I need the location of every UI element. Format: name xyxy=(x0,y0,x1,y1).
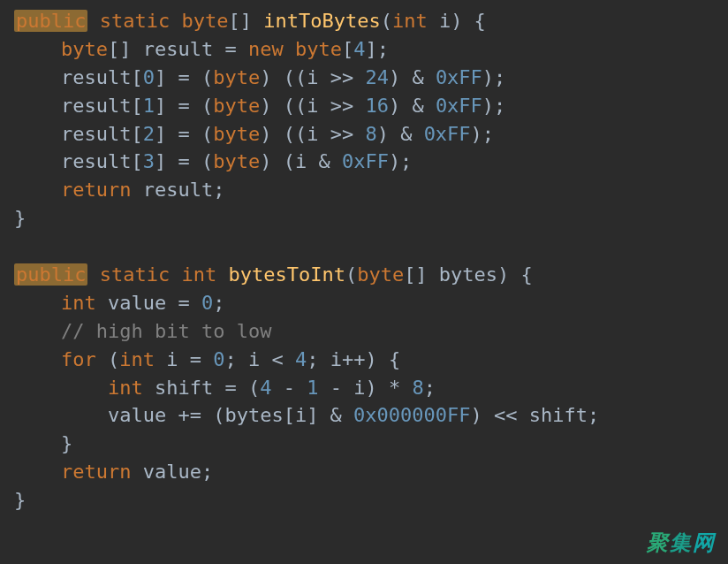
code-line-15: value += (bytes[i] & 0x000000FF) << shif… xyxy=(14,404,599,426)
code-line-18: } xyxy=(14,489,26,511)
keyword-public: public xyxy=(14,263,87,286)
code-editor[interactable]: public static byte[] intToBytes(int i) {… xyxy=(14,7,728,514)
code-line-7: return result; xyxy=(14,179,224,201)
code-line-6: result[3] = (byte) (i & 0xFF); xyxy=(14,150,412,172)
code-line-16: } xyxy=(14,432,72,454)
code-line-17: return value; xyxy=(14,461,213,483)
code-line-11: int value = 0; xyxy=(14,292,224,314)
comment: // high bit to low xyxy=(61,320,271,342)
code-line-13: for (int i = 0; i < 4; i++) { xyxy=(14,348,400,370)
code-line-14: int shift = (4 - 1 - i) * 8; xyxy=(14,377,436,399)
code-line-12: // high bit to low xyxy=(14,320,271,342)
function-name: intToBytes xyxy=(263,10,380,32)
function-name: bytesToInt xyxy=(228,263,345,286)
code-line-1: public static byte[] intToBytes(int i) { xyxy=(14,10,486,32)
code-line-5: result[2] = (byte) ((i >> 8) & 0xFF); xyxy=(14,123,494,145)
code-line-3: result[0] = (byte) ((i >> 24) & 0xFF); xyxy=(14,66,505,88)
code-line-10: public static int bytesToInt(byte[] byte… xyxy=(14,263,533,286)
code-line-4: result[1] = (byte) ((i >> 16) & 0xFF); xyxy=(14,95,505,117)
keyword-public: public xyxy=(14,10,87,32)
code-line-2: byte[] result = new byte[4]; xyxy=(14,38,389,60)
code-line-8: } xyxy=(14,207,26,229)
watermark: 聚集网 xyxy=(647,528,716,559)
